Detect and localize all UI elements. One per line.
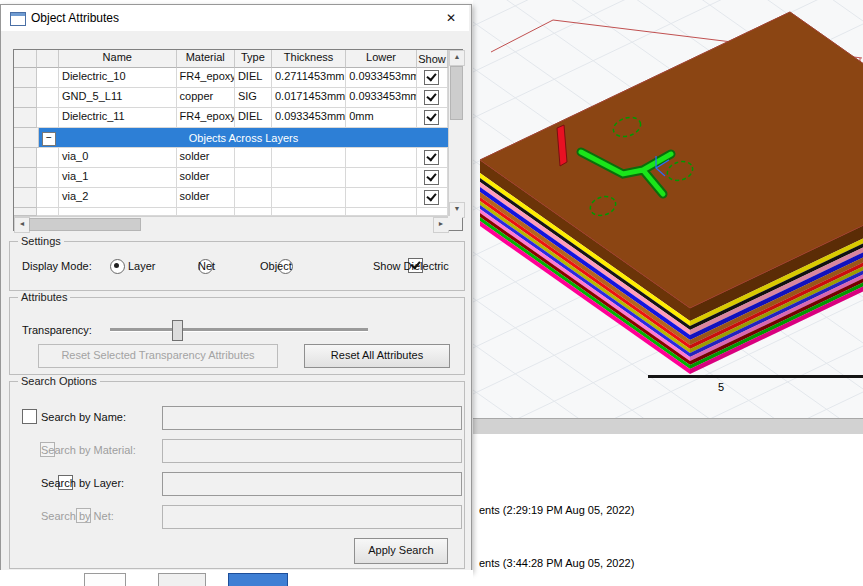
search-by-name-checkbox[interactable] (22, 409, 37, 424)
layers-table: Name Material Type Thickness Lower Show … (13, 49, 463, 231)
cell-name: via_1 (59, 168, 177, 188)
cell-material: solder (177, 148, 235, 168)
cell-type: DIEL (235, 68, 272, 88)
dialog-titlebar[interactable]: Object Attributes ✕ (1, 5, 469, 31)
wireframe-line (491, 20, 553, 52)
radio-net-label[interactable]: Net (198, 260, 215, 272)
search-by-net-input (162, 505, 462, 529)
header-cell[interactable]: Show (417, 50, 448, 68)
scroll-up-button[interactable]: ▲ (449, 50, 465, 66)
radio-object-label[interactable]: Object (260, 260, 292, 272)
scroll-left-button[interactable]: ◄ (14, 217, 30, 233)
background-window-fragments (0, 570, 473, 586)
apply-search-button[interactable]: Apply Search (354, 538, 448, 564)
radio-layer-label[interactable]: Layer (128, 260, 156, 272)
attributes-legend: Attributes (18, 291, 70, 303)
row-selector[interactable] (14, 148, 37, 168)
reset-all-attributes-button[interactable]: Reset All Attributes (304, 344, 450, 368)
transparency-label: Transparency: (22, 324, 92, 336)
cell-material: copper (177, 88, 235, 108)
cell-material: solder (177, 188, 235, 208)
cell-material: solder (177, 168, 235, 188)
background-button-active[interactable] (228, 573, 288, 586)
table-row-via-0[interactable]: via_0 solder (14, 148, 448, 168)
show-dielectric-label[interactable]: Show Dielectric (373, 260, 449, 272)
scrollbar-corner (448, 216, 462, 230)
row-selector[interactable] (14, 188, 37, 208)
dialog-icon (10, 12, 26, 26)
cell-thickness: 0.2711453mm (272, 68, 346, 88)
table-row-dielectric-10[interactable]: Dielectric_10 FR4_epoxy DIEL 0.2711453mm… (14, 68, 448, 88)
row-selector[interactable] (14, 168, 37, 188)
reset-selected-transparency-button[interactable]: Reset Selected Transparency Attributes (38, 344, 278, 368)
settings-group: Settings Display Mode: Layer Net Object … (9, 241, 465, 291)
header-cell[interactable]: Type (235, 50, 272, 68)
table-row-via-2[interactable]: via_2 solder (14, 188, 448, 208)
table-hscrollbar[interactable]: ◄ ► (14, 216, 448, 231)
cell-thickness: 0.0171453mm (272, 88, 346, 108)
close-button[interactable]: ✕ (435, 7, 467, 29)
header-cell-expand (37, 50, 59, 68)
axis-tick-label: 5 (713, 381, 729, 393)
table-group-row-objects-across-layers[interactable]: − Objects Across Layers (14, 128, 448, 148)
message-log: ents (2:29:19 PM Aug 05, 2022) ents (3:4… (473, 434, 863, 586)
search-options-group: Search Options Search by Name: Search by… (9, 381, 465, 569)
cell-name: Dielectric_10 (59, 68, 177, 88)
scroll-right-button[interactable]: ► (433, 217, 449, 233)
hscroll-thumb[interactable] (29, 218, 141, 231)
table-row-gnd-5-l11[interactable]: GND_5_L11 copper SIG 0.0171453mm 0.09334… (14, 88, 448, 108)
cell-material: FR4_epoxy (177, 68, 235, 88)
table-row-dielectric-11[interactable]: Dielectric_11 FR4_epoxy DIEL 0.0933453mm… (14, 108, 448, 128)
background-button[interactable] (158, 573, 206, 586)
table-header-row: Name Material Type Thickness Lower Show (14, 50, 448, 68)
row-selector[interactable] (14, 68, 37, 88)
object-attributes-dialog: Object Attributes ✕ Name Material Type T… (0, 4, 472, 572)
search-by-name-label[interactable]: Search by Name: (41, 411, 126, 423)
search-by-layer-input[interactable] (162, 472, 462, 496)
cell-type: SIG (235, 88, 272, 108)
axis-line (648, 375, 863, 378)
message-entry: ents (2:29:19 PM Aug 05, 2022) (479, 504, 634, 516)
table-row-via-1[interactable]: via_1 solder (14, 168, 448, 188)
collapse-button[interactable]: − (42, 132, 56, 146)
cell-material: FR4_epoxy (177, 108, 235, 128)
cell-name: Dielectric_11 (59, 108, 177, 128)
cell-lower: 0mm (346, 108, 417, 128)
group-row-label: Objects Across Layers (189, 132, 298, 144)
3d-viewport[interactable]: 5 ents (2:29:19 PM Aug 05, 2022) ents (3… (473, 0, 863, 586)
search-by-material-input (162, 439, 462, 463)
attributes-group: Attributes Transparency: Reset Selected … (9, 297, 465, 375)
search-by-name-input[interactable] (162, 406, 462, 430)
show-checkbox[interactable] (424, 190, 439, 205)
row-selector[interactable] (14, 128, 39, 148)
search-options-legend: Search Options (18, 375, 100, 387)
table-vscrollbar[interactable]: ▲ ▼ (448, 50, 463, 216)
cell-name: via_2 (59, 188, 177, 208)
header-cell[interactable]: Name (59, 50, 177, 68)
cell-lower: 0.0933453mm (346, 68, 417, 88)
cell-lower: 0.0933453mm (346, 88, 417, 108)
display-mode-label: Display Mode: (22, 260, 92, 272)
cell-type: DIEL (235, 108, 272, 128)
cell-name: via_0 (59, 148, 177, 168)
header-cell[interactable]: Thickness (272, 50, 346, 68)
show-checkbox[interactable] (424, 170, 439, 185)
show-checkbox[interactable] (424, 90, 439, 105)
row-selector[interactable] (14, 108, 37, 128)
settings-legend: Settings (18, 235, 64, 247)
transparency-slider-thumb[interactable] (172, 320, 183, 341)
cell-thickness: 0.0933453mm (272, 108, 346, 128)
show-checkbox[interactable] (424, 70, 439, 85)
vscroll-thumb[interactable] (450, 66, 463, 120)
header-cell[interactable]: Lower (346, 50, 417, 68)
group-row-highlight[interactable]: − Objects Across Layers (39, 128, 448, 148)
show-checkbox[interactable] (424, 110, 439, 125)
header-cell[interactable]: Material (177, 50, 235, 68)
table-row-partial (14, 208, 448, 216)
background-button[interactable] (84, 573, 126, 586)
show-checkbox[interactable] (424, 150, 439, 165)
search-by-layer-label[interactable]: Search by Layer: (41, 477, 124, 489)
row-selector[interactable] (14, 88, 37, 108)
transparency-slider-track[interactable] (110, 328, 368, 332)
radio-layer[interactable] (110, 259, 125, 274)
